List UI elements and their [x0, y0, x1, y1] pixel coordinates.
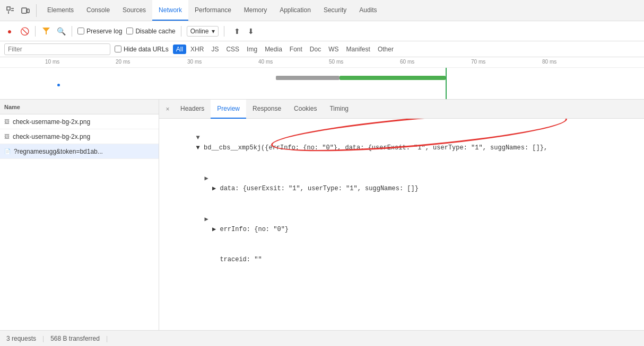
transferred-size: 568 B transferred	[50, 335, 100, 342]
request-item-2[interactable]: 🖼 check-username-bg-2x.png	[0, 129, 159, 144]
search-icon[interactable]: 🔍	[56, 26, 66, 37]
blue-dot	[57, 84, 60, 86]
tab-application[interactable]: Application	[273, 0, 317, 21]
devtools-icons	[4, 4, 37, 17]
status-divider-2: |	[106, 335, 108, 342]
status-bar: 3 requests | 568 B transferred |	[0, 330, 644, 346]
timeline-graph	[0, 68, 644, 100]
waterfall-bar-1	[276, 76, 340, 80]
filter-type-css[interactable]: CSS	[223, 45, 242, 54]
file-icon-3: 📄	[4, 148, 11, 154]
tick-50ms: 50 ms	[329, 59, 343, 65]
toolbar-divider-4	[224, 26, 224, 37]
preview-line-3: ▶ ▶ errInfo: {no: "0"}	[174, 205, 638, 245]
svg-marker-3	[42, 28, 50, 34]
record-button[interactable]: ●	[4, 26, 15, 37]
detail-tab-response[interactable]: Response	[246, 100, 288, 119]
file-icon-2: 🖼	[4, 134, 10, 139]
request-item-3[interactable]: 📄 ?regnamesugg&token=bd1ab...	[0, 144, 159, 159]
tick-40ms: 40 ms	[258, 59, 273, 65]
main-content: Name 🖼 check-username-bg-2x.png 🖼 check-…	[0, 100, 644, 330]
expand-arrow-1[interactable]: ▼	[196, 134, 200, 141]
tab-elements[interactable]: Elements	[41, 0, 80, 21]
clear-button[interactable]: 🚫	[19, 26, 30, 37]
request-list-header: Name	[0, 100, 159, 114]
svg-rect-0	[7, 7, 10, 10]
green-line	[446, 68, 447, 100]
download-icon[interactable]: ⬇	[246, 26, 256, 37]
preview-content: ▼ ▼ bd__cbs__xmp5kj({errInfo: {no: "0"},…	[159, 119, 644, 330]
detail-tab-preview[interactable]: Preview	[211, 100, 246, 119]
tab-network[interactable]: Network	[152, 0, 188, 21]
tick-20ms: 20 ms	[116, 59, 130, 65]
detail-tab-cookies[interactable]: Cookies	[288, 100, 323, 119]
filter-type-font[interactable]: Font	[286, 45, 306, 54]
preview-line-2: ▶ ▶ data: {userExsit: "1", userType: "1"…	[174, 164, 638, 205]
file-icon-1: 🖼	[4, 119, 10, 125]
filter-type-manifest[interactable]: Manifest	[343, 45, 373, 54]
request-list: Name 🖼 check-username-bg-2x.png 🖼 check-…	[0, 100, 159, 330]
upload-icon[interactable]: ⬆	[232, 26, 242, 37]
filter-type-other[interactable]: Other	[375, 45, 397, 54]
disable-cache-checkbox[interactable]: Disable cache	[126, 28, 175, 35]
preserve-log-checkbox[interactable]: Preserve log	[77, 28, 122, 35]
filter-type-all[interactable]: All	[173, 45, 186, 54]
tab-console[interactable]: Console	[80, 0, 116, 21]
toolbar-divider-1	[35, 26, 36, 37]
filter-type-js[interactable]: JS	[208, 45, 222, 54]
detail-close-button[interactable]: ×	[161, 103, 174, 116]
device-icon[interactable]	[19, 4, 32, 17]
request-name-2: check-username-bg-2x.png	[13, 133, 90, 140]
filter-type-xhr[interactable]: XHR	[187, 45, 207, 54]
expand-arrow-2[interactable]: ▶	[205, 175, 208, 182]
network-throttle-dropdown[interactable]: Online ▾	[187, 26, 219, 37]
filter-type-img[interactable]: Img	[243, 45, 260, 54]
detail-panel: × Headers Preview Response Cookies Timin…	[159, 100, 644, 330]
filter-type-buttons: All XHR JS CSS Img Media Font Doc WS Man…	[173, 45, 397, 54]
filter-type-media[interactable]: Media	[262, 45, 285, 54]
svg-rect-1	[22, 8, 27, 13]
import-export-group: ⬆ ⬇	[232, 26, 256, 37]
timeline-area: 10 ms 20 ms 30 ms 40 ms 50 ms 60 ms 70 m…	[0, 57, 644, 100]
tick-80ms: 80 ms	[542, 59, 556, 65]
chevron-down-icon: ▾	[212, 28, 215, 35]
request-item-1[interactable]: 🖼 check-username-bg-2x.png	[0, 114, 159, 129]
inspect-icon[interactable]	[4, 4, 17, 17]
tab-sources[interactable]: Sources	[116, 0, 152, 21]
tick-60ms: 60 ms	[400, 59, 414, 65]
timeline-ticks: 10 ms 20 ms 30 ms 40 ms 50 ms 60 ms 70 m…	[0, 57, 644, 68]
preview-line-1: ▼ ▼ bd__cbs__xmp5kj({errInfo: {no: "0"},…	[166, 123, 638, 164]
tick-30ms: 30 ms	[187, 59, 202, 65]
filter-input[interactable]	[4, 43, 110, 55]
tab-performance[interactable]: Performance	[188, 0, 238, 21]
detail-tab-timing[interactable]: Timing	[323, 100, 355, 119]
main-tabs: Elements Console Sources Network Perform…	[41, 0, 384, 21]
preview-line-4: traceid: ""	[174, 245, 638, 276]
filter-type-ws[interactable]: WS	[325, 45, 342, 54]
detail-tab-headers[interactable]: Headers	[174, 100, 211, 119]
hide-data-urls-checkbox[interactable]: Hide data URLs	[115, 46, 169, 53]
svg-rect-2	[27, 9, 29, 13]
toolbar-divider-2	[72, 26, 72, 37]
filter-icon[interactable]	[41, 26, 51, 37]
top-tab-bar: Elements Console Sources Network Perform…	[0, 0, 644, 21]
expand-arrow-3[interactable]: ▶	[205, 216, 208, 223]
tab-security[interactable]: Security	[317, 0, 353, 21]
filter-type-doc[interactable]: Doc	[307, 45, 324, 54]
request-name-3: ?regnamesugg&token=bd1ab...	[14, 148, 103, 155]
requests-count: 3 requests	[6, 335, 36, 342]
tab-memory[interactable]: Memory	[238, 0, 273, 21]
filter-row: Hide data URLs All XHR JS CSS Img Media …	[0, 41, 644, 57]
tick-70ms: 70 ms	[471, 59, 485, 65]
detail-tabs: × Headers Preview Response Cookies Timin…	[159, 100, 644, 119]
waterfall-bar-2	[340, 76, 446, 80]
tick-10ms: 10 ms	[45, 59, 59, 65]
network-toolbar: ● 🚫 🔍 Preserve log Disable cache Online …	[0, 21, 644, 41]
tab-audits[interactable]: Audits	[353, 0, 383, 21]
status-divider: |	[42, 335, 44, 342]
request-name-1: check-username-bg-2x.png	[13, 118, 90, 126]
toolbar-divider-3	[181, 26, 181, 37]
